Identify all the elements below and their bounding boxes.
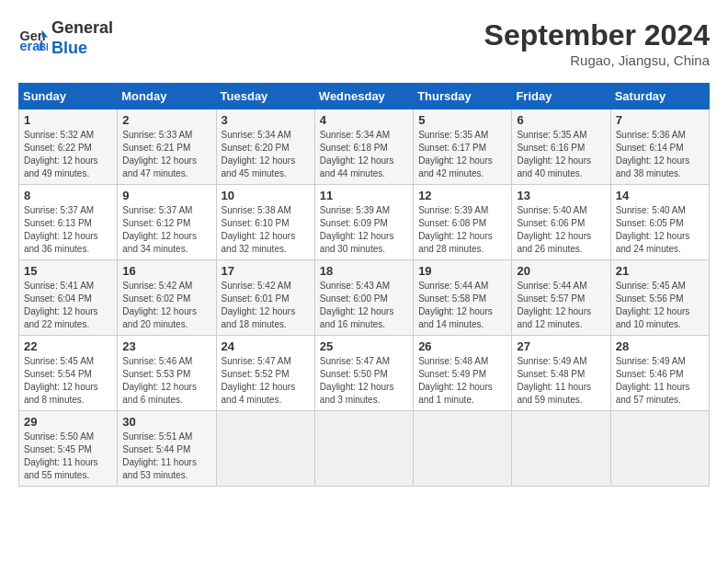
table-row: 5Sunrise: 5:35 AMSunset: 6:17 PMDaylight… bbox=[414, 109, 512, 185]
day-number: 19 bbox=[418, 264, 506, 278]
day-info: Sunrise: 5:36 AMSunset: 6:14 PMDaylight:… bbox=[616, 129, 704, 180]
weekday-header: Thursday bbox=[414, 84, 512, 109]
table-row: 4Sunrise: 5:34 AMSunset: 6:18 PMDaylight… bbox=[314, 109, 413, 185]
day-number: 26 bbox=[418, 339, 506, 353]
day-info: Sunrise: 5:50 AMSunset: 5:45 PMDaylight:… bbox=[24, 431, 112, 482]
day-info: Sunrise: 5:37 AMSunset: 6:13 PMDaylight:… bbox=[24, 204, 112, 256]
table-row: 2Sunrise: 5:33 AMSunset: 6:21 PMDaylight… bbox=[118, 109, 216, 185]
day-info: Sunrise: 5:34 AMSunset: 6:20 PMDaylight:… bbox=[222, 129, 310, 180]
day-number: 5 bbox=[418, 113, 506, 127]
table-row: 1Sunrise: 5:32 AMSunset: 6:22 PMDaylight… bbox=[19, 109, 118, 185]
day-info: Sunrise: 5:34 AMSunset: 6:18 PMDaylight:… bbox=[320, 129, 408, 180]
weekday-header: Monday bbox=[118, 84, 216, 109]
day-number: 2 bbox=[122, 113, 210, 127]
table-row: 22Sunrise: 5:45 AMSunset: 5:54 PMDayligh… bbox=[19, 336, 118, 411]
svg-text:Blue: Blue bbox=[39, 41, 48, 52]
table-row: 25Sunrise: 5:47 AMSunset: 5:50 PMDayligh… bbox=[314, 336, 413, 411]
day-number: 10 bbox=[222, 189, 310, 202]
day-number: 17 bbox=[222, 264, 310, 278]
day-info: Sunrise: 5:46 AMSunset: 5:53 PMDaylight:… bbox=[122, 355, 210, 407]
table-row: 27Sunrise: 5:49 AMSunset: 5:48 PMDayligh… bbox=[512, 336, 610, 411]
table-row: 28Sunrise: 5:49 AMSunset: 5:46 PMDayligh… bbox=[610, 336, 709, 411]
day-number: 8 bbox=[24, 189, 112, 202]
table-row: 17Sunrise: 5:42 AMSunset: 6:01 PMDayligh… bbox=[216, 260, 314, 336]
table-row: 20Sunrise: 5:44 AMSunset: 5:57 PMDayligh… bbox=[512, 260, 610, 336]
day-info: Sunrise: 5:33 AMSunset: 6:21 PMDaylight:… bbox=[122, 129, 210, 180]
header: Gen eral Blue General Blue September 202… bbox=[18, 18, 710, 68]
day-number: 1 bbox=[24, 113, 112, 127]
day-number: 4 bbox=[320, 113, 408, 127]
table-row: 30Sunrise: 5:51 AMSunset: 5:44 PMDayligh… bbox=[118, 411, 216, 487]
day-info: Sunrise: 5:49 AMSunset: 5:46 PMDaylight:… bbox=[616, 355, 704, 407]
day-number: 14 bbox=[616, 189, 704, 202]
day-number: 23 bbox=[122, 339, 210, 353]
table-row: 24Sunrise: 5:47 AMSunset: 5:52 PMDayligh… bbox=[216, 336, 314, 411]
weekday-header: Friday bbox=[512, 84, 610, 109]
day-number: 16 bbox=[122, 264, 210, 278]
day-info: Sunrise: 5:45 AMSunset: 5:54 PMDaylight:… bbox=[24, 355, 112, 407]
day-info: Sunrise: 5:41 AMSunset: 6:04 PMDaylight:… bbox=[24, 280, 112, 331]
table-row: 26Sunrise: 5:48 AMSunset: 5:49 PMDayligh… bbox=[414, 336, 512, 411]
day-number: 12 bbox=[418, 189, 506, 202]
day-info: Sunrise: 5:37 AMSunset: 6:12 PMDaylight:… bbox=[122, 204, 210, 256]
day-number: 7 bbox=[616, 113, 704, 127]
day-number: 3 bbox=[222, 113, 310, 127]
table-row: 12Sunrise: 5:39 AMSunset: 6:08 PMDayligh… bbox=[414, 185, 512, 260]
day-number: 11 bbox=[320, 189, 408, 202]
day-number: 9 bbox=[122, 189, 210, 202]
day-number: 15 bbox=[24, 264, 112, 278]
logo: Gen eral Blue General Blue bbox=[18, 18, 113, 58]
table-row bbox=[512, 411, 610, 487]
day-info: Sunrise: 5:35 AMSunset: 6:16 PMDaylight:… bbox=[517, 129, 605, 180]
day-info: Sunrise: 5:35 AMSunset: 6:17 PMDaylight:… bbox=[418, 129, 506, 180]
day-number: 22 bbox=[24, 339, 112, 353]
table-row: 6Sunrise: 5:35 AMSunset: 6:16 PMDaylight… bbox=[512, 109, 610, 185]
day-number: 6 bbox=[517, 113, 605, 127]
weekday-header: Tuesday bbox=[216, 84, 314, 109]
day-info: Sunrise: 5:42 AMSunset: 6:02 PMDaylight:… bbox=[122, 280, 210, 331]
table-row: 13Sunrise: 5:40 AMSunset: 6:06 PMDayligh… bbox=[512, 185, 610, 260]
day-info: Sunrise: 5:40 AMSunset: 6:05 PMDaylight:… bbox=[616, 204, 704, 256]
day-info: Sunrise: 5:42 AMSunset: 6:01 PMDaylight:… bbox=[222, 280, 310, 331]
table-row: 10Sunrise: 5:38 AMSunset: 6:10 PMDayligh… bbox=[216, 185, 314, 260]
weekday-header: Saturday bbox=[610, 84, 709, 109]
table-row: 18Sunrise: 5:43 AMSunset: 6:00 PMDayligh… bbox=[314, 260, 413, 336]
table-row: 16Sunrise: 5:42 AMSunset: 6:02 PMDayligh… bbox=[118, 260, 216, 336]
day-number: 20 bbox=[517, 264, 605, 278]
day-info: Sunrise: 5:44 AMSunset: 5:58 PMDaylight:… bbox=[418, 280, 506, 331]
table-row: 29Sunrise: 5:50 AMSunset: 5:45 PMDayligh… bbox=[19, 411, 118, 487]
logo-text: General Blue bbox=[51, 18, 113, 58]
day-info: Sunrise: 5:39 AMSunset: 6:09 PMDaylight:… bbox=[320, 204, 408, 256]
table-row: 15Sunrise: 5:41 AMSunset: 6:04 PMDayligh… bbox=[19, 260, 118, 336]
table-row: 3Sunrise: 5:34 AMSunset: 6:20 PMDaylight… bbox=[216, 109, 314, 185]
weekday-header: Wednesday bbox=[314, 84, 413, 109]
day-number: 24 bbox=[222, 339, 310, 353]
calendar-table: SundayMondayTuesdayWednesdayThursdayFrid… bbox=[18, 83, 710, 487]
day-info: Sunrise: 5:39 AMSunset: 6:08 PMDaylight:… bbox=[418, 204, 506, 256]
table-row bbox=[314, 411, 413, 487]
day-info: Sunrise: 5:32 AMSunset: 6:22 PMDaylight:… bbox=[24, 129, 112, 180]
day-number: 25 bbox=[320, 339, 408, 353]
day-number: 13 bbox=[517, 189, 605, 202]
day-info: Sunrise: 5:44 AMSunset: 5:57 PMDaylight:… bbox=[517, 280, 605, 331]
day-info: Sunrise: 5:43 AMSunset: 6:00 PMDaylight:… bbox=[320, 280, 408, 331]
day-info: Sunrise: 5:45 AMSunset: 5:56 PMDaylight:… bbox=[616, 280, 704, 331]
table-row bbox=[216, 411, 314, 487]
table-row: 19Sunrise: 5:44 AMSunset: 5:58 PMDayligh… bbox=[414, 260, 512, 336]
table-row: 14Sunrise: 5:40 AMSunset: 6:05 PMDayligh… bbox=[610, 185, 709, 260]
table-row: 8Sunrise: 5:37 AMSunset: 6:13 PMDaylight… bbox=[19, 185, 118, 260]
day-info: Sunrise: 5:47 AMSunset: 5:50 PMDaylight:… bbox=[320, 355, 408, 407]
table-row: 9Sunrise: 5:37 AMSunset: 6:12 PMDaylight… bbox=[118, 185, 216, 260]
day-number: 21 bbox=[616, 264, 704, 278]
table-row bbox=[414, 411, 512, 487]
day-info: Sunrise: 5:51 AMSunset: 5:44 PMDaylight:… bbox=[122, 431, 210, 482]
month-title: September 2024 bbox=[484, 18, 710, 52]
weekday-header: Sunday bbox=[19, 84, 118, 109]
day-info: Sunrise: 5:38 AMSunset: 6:10 PMDaylight:… bbox=[222, 204, 310, 256]
day-info: Sunrise: 5:40 AMSunset: 6:06 PMDaylight:… bbox=[517, 204, 605, 256]
day-number: 30 bbox=[122, 415, 210, 429]
table-row: 7Sunrise: 5:36 AMSunset: 6:14 PMDaylight… bbox=[610, 109, 709, 185]
day-info: Sunrise: 5:49 AMSunset: 5:48 PMDaylight:… bbox=[517, 355, 605, 407]
day-info: Sunrise: 5:48 AMSunset: 5:49 PMDaylight:… bbox=[418, 355, 506, 407]
title-area: September 2024 Rugao, Jiangsu, China bbox=[484, 18, 710, 68]
